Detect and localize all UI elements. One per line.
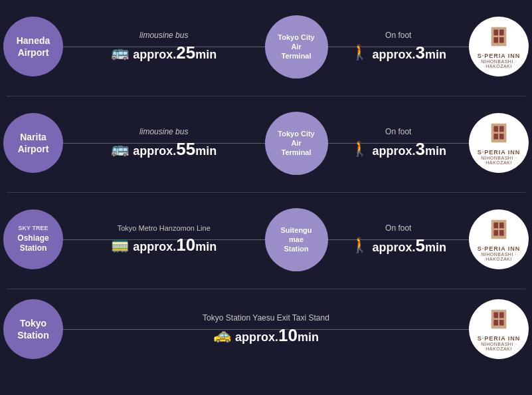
speria-logo-icon-3	[486, 217, 511, 243]
speria-name-3: S·PERIA INN	[478, 245, 521, 253]
speria-logo: S·PERIA INN NIHONBASHI · HAKOZAKI	[469, 25, 529, 69]
oshiage-onfoot-label: On foot	[385, 223, 411, 233]
svg-rect-15	[491, 309, 507, 329]
svg-rect-14	[499, 230, 504, 236]
haneda-middle-circle: Tokyo CityAirTerminal	[265, 15, 328, 78]
haneda-transport-time: approx.25min	[133, 43, 217, 63]
skytree-label: SKY TREE	[17, 225, 48, 233]
taxi-info: 🚕 approx.10min	[213, 325, 319, 346]
svg-rect-3	[493, 37, 498, 43]
haneda-origin: HanedaAirport	[3, 17, 63, 76]
narita-dest: S·PERIA INN NIHONBASHI · HAKOZAKI	[469, 113, 529, 173]
svg-rect-4	[499, 37, 504, 43]
svg-rect-10	[491, 219, 507, 239]
svg-rect-1	[493, 29, 498, 35]
speria-sub-4: NIHONBASHI · HAKOZAKI	[469, 342, 529, 351]
speria-logo-4: S·PERIA INN NIHONBASHI · HAKOZAKI	[469, 307, 529, 352]
oshiage-dest: S·PERIA INN NIHONBASHI · HAKOZAKI	[469, 209, 529, 269]
svg-rect-0	[491, 27, 507, 46]
narita-origin: NaritaAirport	[3, 113, 63, 173]
tokyo-station-origin: TokyoStation	[3, 299, 63, 359]
svg-rect-9	[499, 134, 504, 140]
walk-icon-2: 🚶	[351, 140, 369, 158]
taxi-icon: 🚕	[213, 327, 231, 344]
bus-icon-2: 🚌	[111, 140, 129, 158]
tokyo-taxi-section: Tokyo Station Yaesu Exit Taxi Stand 🚕 ap…	[63, 313, 469, 346]
narita-transport-label: limousine bus	[139, 127, 188, 136]
speria-logo-icon	[486, 25, 511, 50]
speria-sub: NIHONBASHI · HAKOZAKI	[469, 59, 529, 68]
haneda-onfoot: On foot 🚶 approx.3min	[328, 31, 469, 63]
narita-transport-time: approx.55min	[133, 139, 217, 160]
speria-logo-2: S·PERIA INN NIHONBASHI · HAKOZAKI	[469, 121, 529, 166]
speria-name-4: S·PERIA INN	[478, 335, 521, 342]
haneda-onfoot-label: On foot	[385, 31, 411, 40]
svg-rect-13	[493, 230, 498, 236]
svg-rect-17	[499, 312, 504, 318]
narita-transport-info: 🚌 approx.55min	[111, 139, 217, 160]
svg-rect-18	[493, 320, 498, 326]
svg-rect-2	[499, 29, 504, 35]
oshiage-transport-time: approx.10min	[133, 235, 217, 255]
speria-logo-3: S·PERIA INN NIHONBASHI · HAKOZAKI	[469, 217, 529, 262]
speria-name: S·PERIA INN	[478, 53, 521, 60]
svg-rect-16	[493, 312, 498, 318]
bus-icon: 🚌	[111, 44, 129, 61]
oshiage-onfoot-time: approx.5min	[373, 235, 447, 256]
oshiage-origin: SKY TREE OshiageStation	[3, 209, 63, 269]
narita-onfoot: On foot 🚶 approx.3min	[328, 127, 469, 160]
haneda-route-row: HanedaAirport limousine bus 🚌 approx.25m…	[0, 0, 532, 93]
oshiage-onfoot-info: 🚶 approx.5min	[351, 235, 447, 256]
speria-sub-3: NIHONBASHI · HAKOZAKI	[469, 252, 529, 261]
speria-logo-icon-2	[486, 121, 511, 146]
narita-middle-circle: Tokyo CityAirTerminal	[265, 112, 328, 175]
speria-name-2: S·PERIA INN	[478, 149, 521, 156]
train-icon: 🚃	[111, 236, 129, 253]
svg-rect-11	[493, 222, 498, 228]
oshiage-onfoot: On foot 🚶 approx.5min	[328, 223, 469, 256]
speria-sub-2: NIHONBASHI · HAKOZAKI	[469, 156, 529, 165]
taxi-label: Tokyo Station Yaesu Exit Taxi Stand	[203, 313, 329, 323]
svg-rect-5	[491, 123, 507, 142]
tokyo-station-dest: S·PERIA INN NIHONBASHI · HAKOZAKI	[469, 299, 529, 359]
haneda-dest: S·PERIA INN NIHONBASHI · HAKOZAKI	[469, 17, 529, 76]
haneda-transport: limousine bus 🚌 approx.25min	[63, 31, 265, 63]
haneda-onfoot-time: approx.3min	[373, 43, 447, 63]
svg-rect-19	[499, 320, 504, 326]
narita-onfoot-label: On foot	[385, 127, 411, 136]
haneda-transport-info: 🚌 approx.25min	[111, 43, 217, 63]
narita-onfoot-info: 🚶 approx.3min	[351, 139, 447, 160]
taxi-time: approx.10min	[235, 325, 319, 346]
narita-route-row: NaritaAirport limousine bus 🚌 approx.55m…	[0, 96, 532, 190]
speria-logo-icon-4	[486, 307, 511, 332]
haneda-onfoot-info: 🚶 approx.3min	[351, 43, 447, 63]
walk-icon-3: 🚶	[351, 237, 369, 254]
oshiage-route-row: SKY TREE OshiageStation Tokyo Metro Hanz…	[0, 193, 532, 286]
narita-onfoot-time: approx.3min	[373, 139, 447, 160]
svg-rect-7	[499, 126, 504, 132]
svg-rect-8	[493, 134, 498, 140]
walk-icon: 🚶	[351, 44, 369, 61]
oshiage-transport: Tokyo Metro Hanzomon Line 🚃 approx.10min	[63, 224, 265, 255]
haneda-transport-label: limousine bus	[139, 31, 188, 40]
svg-rect-12	[499, 222, 504, 228]
oshiage-middle-circle: SuitengumaeStation	[265, 208, 328, 271]
tokyo-station-route-row: TokyoStation Tokyo Station Yaesu Exit Ta…	[0, 289, 532, 369]
oshiage-transport-label: Tokyo Metro Hanzomon Line	[118, 224, 211, 232]
svg-rect-6	[493, 126, 498, 132]
narita-transport: limousine bus 🚌 approx.55min	[63, 127, 265, 160]
oshiage-transport-info: 🚃 approx.10min	[111, 235, 217, 255]
